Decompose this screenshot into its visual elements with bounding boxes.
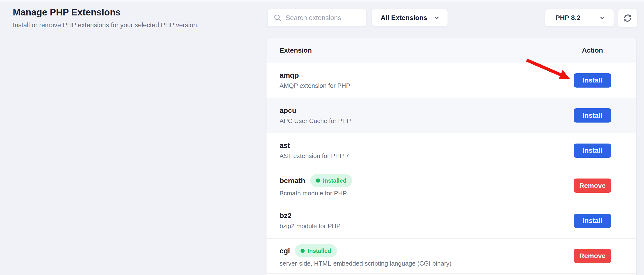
status-dot-icon xyxy=(316,179,320,183)
extension-description: AMQP extension for PHP xyxy=(280,82,350,89)
column-header-action: Action xyxy=(574,46,611,54)
table-header: Extension Action xyxy=(266,38,636,63)
extension-description: APC User Cache for PHP xyxy=(280,117,351,125)
extension-row: bz2 bzip2 module for PHP Install xyxy=(266,203,636,239)
top-strip xyxy=(0,0,644,2)
refresh-icon xyxy=(622,13,633,23)
extension-description: AST extension for PHP 7 xyxy=(280,152,349,160)
extension-filter-value: All Extensions xyxy=(381,14,427,22)
extension-row: amqp AMQP extension for PHP Install xyxy=(266,63,636,98)
extensions-table: Extension Action amqp AMQP extension for… xyxy=(266,38,636,275)
extension-row: ast AST extension for PHP 7 Install xyxy=(266,133,636,168)
chevron-down-icon xyxy=(598,14,606,21)
extension-row: cgi Installed server-side, HTML-embedded… xyxy=(266,239,636,274)
section-divider xyxy=(14,2,637,2)
installed-badge-label: Installed xyxy=(323,177,346,184)
remove-button[interactable]: Remove xyxy=(574,249,611,263)
install-button[interactable]: Install xyxy=(574,214,611,228)
column-header-extension: Extension xyxy=(280,46,312,54)
extension-row: apcu APC User Cache for PHP Install xyxy=(266,98,636,133)
extension-name: apcu xyxy=(280,106,296,115)
extension-name: amqp xyxy=(280,71,299,79)
search-icon xyxy=(274,14,282,22)
installed-badge: Installed xyxy=(295,244,337,257)
installed-badge: Installed xyxy=(310,174,352,187)
php-version-dropdown[interactable]: PHP 8.2 xyxy=(545,9,614,26)
search-input[interactable] xyxy=(286,14,373,22)
page-subtitle: Install or remove PHP extensions for you… xyxy=(13,21,199,29)
extension-name: bz2 xyxy=(280,212,292,220)
extension-filter-dropdown[interactable]: All Extensions xyxy=(372,9,448,26)
install-button[interactable]: Install xyxy=(574,108,611,123)
extension-name: cgi xyxy=(280,247,290,255)
status-dot-icon xyxy=(300,249,304,253)
extension-name: bcmath xyxy=(280,177,305,185)
installed-badge-label: Installed xyxy=(308,248,331,254)
search-box[interactable] xyxy=(268,9,366,26)
extension-description: bzip2 module for PHP xyxy=(280,222,340,230)
extension-description: Bcmath module for PHP xyxy=(280,190,352,197)
php-version-value: PHP 8.2 xyxy=(556,14,580,22)
page-heading: Manage PHP Extensions Install or remove … xyxy=(13,7,199,29)
page-title: Manage PHP Extensions xyxy=(13,7,199,18)
table-body: amqp AMQP extension for PHP Install apcu… xyxy=(266,63,636,274)
install-button[interactable]: Install xyxy=(574,73,611,88)
refresh-button[interactable] xyxy=(618,9,637,27)
chevron-down-icon xyxy=(433,14,440,21)
extension-name: ast xyxy=(280,141,290,150)
extension-description: server-side, HTML-embedded scripting lan… xyxy=(280,260,452,267)
install-button[interactable]: Install xyxy=(574,144,611,158)
remove-button[interactable]: Remove xyxy=(574,179,611,193)
extension-row: bcmath Installed Bcmath module for PHP R… xyxy=(266,168,636,204)
